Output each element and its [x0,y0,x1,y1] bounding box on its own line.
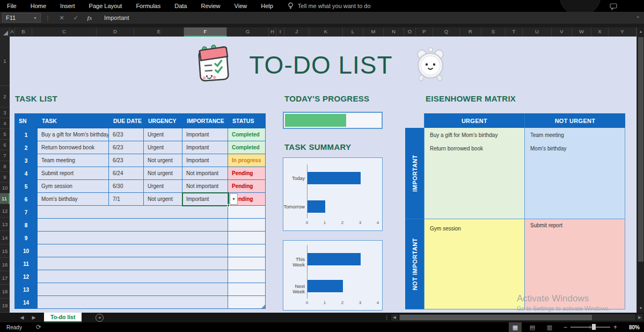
column-header-X[interactable]: X [591,27,609,37]
task-status-cell[interactable]: Pending [228,180,266,193]
row-header-2[interactable]: 2 [0,86,10,107]
column-header-U[interactable]: U [523,27,552,37]
task-summary-chart-2[interactable]: This WeekNext Week01234 [283,240,383,311]
task-due-cell[interactable]: 7/1 [109,193,144,206]
task-empty-cell[interactable] [38,270,228,283]
row-header-16[interactable]: 16 [0,258,10,271]
normal-view-icon[interactable]: ▦ [509,322,522,332]
task-summary-chart-1[interactable]: TodayTomorrow01234 [283,157,383,231]
task-status-cell[interactable] [228,270,266,283]
column-header-D[interactable]: D [97,27,134,37]
row-header-11[interactable]: 11 [0,193,10,204]
column-header-T[interactable]: T [506,27,523,37]
task-importance-cell[interactable]: Not important [182,180,228,193]
zoom-level[interactable]: 80% [620,324,640,330]
progress-bar[interactable] [283,112,383,129]
table-resize-handle-icon[interactable] [261,305,265,308]
column-header-G[interactable]: G [227,27,269,37]
task-status-cell[interactable] [228,296,266,309]
row-header-9[interactable]: 9 [0,172,10,183]
row-header-18[interactable]: 18 [0,285,10,299]
task-due-cell[interactable]: 6/24 [109,167,144,180]
column-header-C[interactable]: C [32,27,97,37]
menu-item-view[interactable]: View [228,0,254,12]
task-status-cell[interactable]: Pending [228,167,266,180]
row-header-15[interactable]: 15 [0,244,10,258]
task-importance-cell[interactable]: Important [182,154,228,167]
task-due-cell[interactable]: 6/30 [109,180,144,193]
insert-function-icon[interactable]: fx [83,15,97,21]
page-break-view-icon[interactable]: ▥ [543,322,556,332]
menu-item-insert[interactable]: Insert [53,0,82,12]
zoom-in-icon[interactable]: + [613,323,617,331]
horizontal-scroll-thumb[interactable] [400,315,592,320]
column-header-Q[interactable]: Q [433,27,460,37]
accessibility-checker-icon[interactable]: ⟳ [36,323,41,331]
task-status-cell[interactable] [228,244,266,257]
column-header-O[interactable]: O [404,27,416,37]
sheet-tab-todo-list[interactable]: To-do list [44,313,82,322]
menu-item-help[interactable]: Help [254,0,280,12]
row-header-17[interactable]: 17 [0,271,10,285]
task-empty-cell[interactable] [38,206,228,219]
column-header-F[interactable]: F [184,27,227,37]
menu-item-page-layout[interactable]: Page Layout [82,0,129,12]
task-sn-cell[interactable]: 10 [14,244,38,257]
zoom-out-icon[interactable]: − [564,323,567,331]
task-sn-cell[interactable]: 1 [14,128,38,141]
vertical-scrollbar[interactable]: ▲ ▼ [636,27,644,313]
column-header-L[interactable]: L [343,27,363,37]
column-header-V[interactable]: V [552,27,572,37]
scroll-right-icon[interactable]: ▶ [636,314,643,321]
column-header-I[interactable]: I [276,27,284,37]
task-importance-cell[interactable]: Important [182,141,228,154]
task-sn-cell[interactable]: 14 [14,296,38,309]
menu-item-data[interactable]: Data [167,0,194,12]
prev-sheet-icon[interactable]: ◀ [16,315,28,320]
task-status-cell[interactable] [228,232,266,244]
quad-important-urgent[interactable]: Buy a gift for Mom's birthdayReturn borr… [424,128,524,219]
task-sn-cell[interactable]: 6 [14,193,38,206]
vertical-scroll-thumb[interactable] [638,37,643,262]
column-header-K[interactable]: K [309,27,343,37]
menu-item-file[interactable]: File [0,0,24,12]
row-header-5[interactable]: 5 [0,129,10,140]
task-empty-cell[interactable] [38,257,228,270]
column-header-A[interactable]: A [10,27,15,37]
task-name-cell[interactable]: Submit report [38,167,109,180]
name-box-dropdown-icon[interactable]: ▼ [33,16,37,20]
zoom-slider-thumb[interactable] [592,324,596,330]
selected-cell-outline[interactable] [182,192,229,206]
confirm-entry-icon[interactable]: ✓ [69,15,83,21]
task-urgency-cell[interactable]: Not urgent [144,154,182,167]
row-header-7[interactable]: 7 [0,150,10,161]
task-sn-cell[interactable]: 12 [14,270,38,283]
task-sn-cell[interactable]: 2 [14,141,38,154]
task-name-cell[interactable]: Buy a gift for Mom's birthday [38,128,109,141]
quad-important-not-urgent[interactable]: Team meetingMom's birthday [524,128,625,219]
menu-item-home[interactable]: Home [24,0,53,12]
column-header-H[interactable]: H [269,27,276,37]
task-status-cell[interactable] [228,283,266,296]
task-status-cell[interactable]: Completed [228,141,266,154]
name-box[interactable]: F11 ▼ [2,13,41,23]
task-urgency-cell[interactable]: Not urgent [144,167,182,180]
row-header-19[interactable]: 19 [0,299,10,313]
row-header-13[interactable]: 13 [0,218,10,231]
task-due-cell[interactable]: 6/23 [109,128,144,141]
comment-icon[interactable] [610,3,617,12]
row-header-12[interactable]: 12 [0,204,10,218]
sheet-canvas[interactable]: TO-DO LIST TASK LIST TODAY'S PROGRESS TA… [10,37,636,313]
task-due-cell[interactable]: 6/23 [109,141,144,154]
page-layout-view-icon[interactable]: ▤ [526,322,539,332]
task-empty-cell[interactable] [38,296,228,309]
select-all-corner[interactable] [0,27,10,37]
cell-dropdown-button[interactable]: ▼ [230,193,238,205]
row-header-14[interactable]: 14 [0,231,10,244]
column-header-J[interactable]: J [284,27,309,37]
zoom-slider[interactable] [570,327,610,328]
formula-input[interactable]: Important [104,15,129,21]
task-urgency-cell[interactable]: Urgent [144,141,182,154]
expand-formula-bar-icon[interactable]: ⌄ [636,13,640,19]
task-status-cell[interactable] [228,206,266,219]
